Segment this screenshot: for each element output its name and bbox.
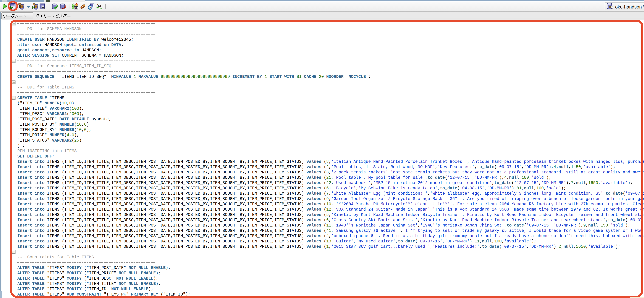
svg-text:SQL: SQL — [74, 7, 78, 9]
svg-text:a: a — [99, 3, 101, 8]
svg-text:A: A — [96, 3, 99, 8]
